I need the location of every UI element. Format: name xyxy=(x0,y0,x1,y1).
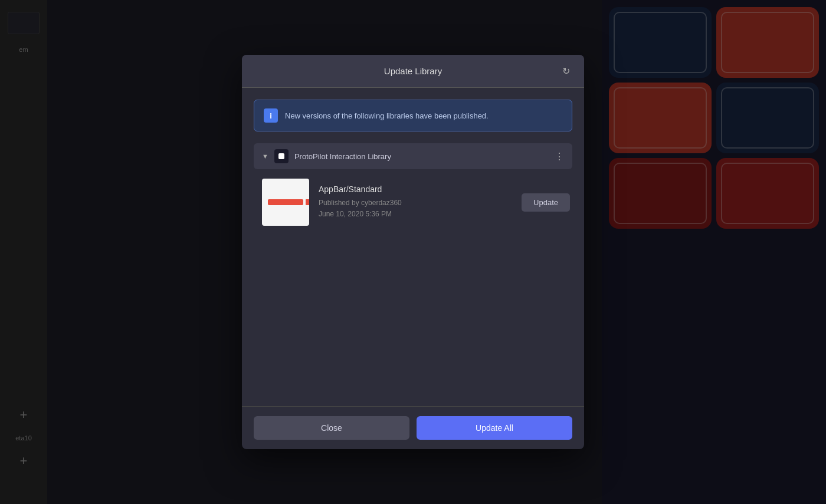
update-component-button[interactable]: Update xyxy=(522,193,570,212)
component-name: AppBar/Standard xyxy=(319,185,512,194)
more-options-icon[interactable]: ⋮ xyxy=(555,151,564,162)
library-row[interactable]: ▼ ProtoPilot Interaction Library ⋮ xyxy=(254,143,572,169)
modal-body: i New versions of the following librarie… xyxy=(242,88,584,406)
component-date: June 10, 2020 5:36 PM xyxy=(319,209,512,220)
appbar-preview xyxy=(268,199,303,205)
info-banner-text: New versions of the following libraries … xyxy=(285,111,489,120)
chevron-down-icon: ▼ xyxy=(262,153,268,160)
update-all-button[interactable]: Update All xyxy=(417,416,572,440)
refresh-icon[interactable]: ↻ xyxy=(556,65,570,77)
component-publisher: Published by cyberdaz360 xyxy=(319,197,512,209)
modal-footer: Close Update All xyxy=(242,406,584,449)
close-button[interactable]: Close xyxy=(254,416,409,440)
library-name: ProtoPilot Interaction Library xyxy=(294,152,549,161)
component-item: AppBar/Standard Published by cyberdaz360… xyxy=(254,170,572,234)
component-thumbnail xyxy=(262,179,309,226)
update-library-modal: Update Library ↻ i New versions of the f… xyxy=(242,55,584,449)
modal-overlay: Update Library ↻ i New versions of the f… xyxy=(0,0,826,504)
library-icon-inner xyxy=(278,153,284,159)
info-icon: i xyxy=(264,108,278,123)
component-info: AppBar/Standard Published by cyberdaz360… xyxy=(319,185,512,220)
library-icon xyxy=(274,149,289,163)
modal-header: Update Library ↻ xyxy=(242,55,584,88)
modal-title: Update Library xyxy=(270,66,556,76)
info-banner: i New versions of the following librarie… xyxy=(254,100,572,131)
